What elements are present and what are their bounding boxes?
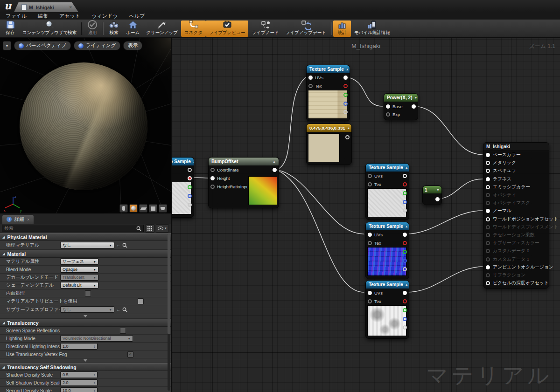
output-pin-a[interactable] bbox=[403, 325, 407, 330]
collapse-icon[interactable] bbox=[347, 126, 350, 130]
input-pin-base[interactable] bbox=[386, 104, 390, 109]
apply-button[interactable]: 適用 bbox=[84, 21, 101, 37]
screen-space-reflections-checkbox[interactable] bbox=[120, 328, 126, 334]
lighting-mode-dropdown[interactable]: Volumetric NonDirectional bbox=[60, 335, 133, 342]
node-material-result[interactable]: M_Ishigaki ベースカラー メタリック スペキュラ ラフネス エミッシブ… bbox=[483, 142, 549, 289]
output-pin[interactable] bbox=[412, 104, 416, 109]
menu-asset[interactable]: アセット bbox=[59, 13, 80, 20]
input-pin-tex[interactable] bbox=[368, 182, 372, 186]
pin-row-pixel-depth-offset[interactable]: ピクセルの深度オフセット bbox=[483, 279, 549, 287]
connectors-button[interactable]: コネクタ bbox=[181, 21, 206, 37]
self-shadow-density-scale-field[interactable]: 2.0 bbox=[60, 379, 98, 386]
node-texture-sample-specular[interactable]: Texture Sample UVs Tex bbox=[365, 163, 409, 220]
use-translucency-vertex-fog-checkbox[interactable] bbox=[127, 351, 133, 358]
node-constant3-vector[interactable]: 0.475,0.436,0.331 bbox=[306, 124, 352, 165]
pin-row-ambient-occlusion[interactable]: アンビエントオクルージョン bbox=[483, 263, 549, 271]
output-pin-r[interactable] bbox=[343, 84, 348, 88]
output-pin-r[interactable] bbox=[403, 182, 407, 186]
subsurface-profile-dropdown[interactable]: なし bbox=[60, 306, 114, 313]
output-pin-rgb[interactable] bbox=[188, 168, 192, 172]
lighting-button[interactable]: ライティング bbox=[74, 41, 120, 50]
grid-view-button[interactable] bbox=[145, 224, 154, 233]
menu-file[interactable]: ファイル bbox=[6, 13, 27, 20]
pin-row-world-position-offset[interactable]: ワールドポジションオフセット bbox=[483, 215, 549, 223]
output-pin-b[interactable] bbox=[403, 200, 407, 204]
pin-row-emissive[interactable]: エミッシブカラー bbox=[483, 183, 549, 191]
expand-advanced-button[interactable] bbox=[0, 314, 171, 319]
browse-asset-icon[interactable] bbox=[122, 307, 127, 312]
output-pin-r[interactable] bbox=[403, 299, 407, 303]
collapse-icon[interactable] bbox=[436, 188, 440, 192]
output-pin-g[interactable] bbox=[403, 250, 407, 254]
output-pin[interactable] bbox=[273, 168, 277, 172]
live-preview-button[interactable]: ライブプレビュー bbox=[206, 21, 249, 37]
use-selected-asset-icon[interactable] bbox=[116, 243, 120, 248]
material-graph[interactable]: M_Ishigaki ズーム 1:1 マテリアル Texture Sample … bbox=[172, 38, 560, 392]
physical-material-dropdown[interactable]: なし bbox=[60, 242, 114, 248]
input-pin-uvs[interactable] bbox=[368, 174, 372, 178]
node-texture-sample-diffuse[interactable]: Texture Sample UVs Tex bbox=[306, 65, 350, 121]
input-pin-uvs[interactable] bbox=[308, 76, 313, 80]
output-pin-r[interactable] bbox=[188, 176, 192, 180]
node-power[interactable]: Power(X, 2) Base Exp bbox=[384, 93, 418, 120]
output-pin-g[interactable] bbox=[403, 308, 407, 312]
output-pin-b[interactable] bbox=[403, 317, 407, 321]
home-button[interactable]: ホーム bbox=[123, 21, 143, 37]
search-button[interactable]: 検索 bbox=[105, 21, 123, 37]
expand-advanced-button[interactable] bbox=[0, 358, 171, 363]
cube-shape-button[interactable] bbox=[149, 204, 157, 213]
search-input[interactable]: 検索 bbox=[2, 225, 144, 232]
details-tab[interactable]: 詳細 bbox=[2, 215, 34, 224]
blend-mode-dropdown[interactable]: Opaque bbox=[60, 266, 98, 273]
material-domain-dropdown[interactable]: サーフェス bbox=[60, 258, 98, 265]
input-pin-tex[interactable] bbox=[368, 299, 372, 303]
pin-row-roughness[interactable]: ラフネス bbox=[483, 175, 549, 183]
node-bump-offset[interactable]: BumpOffset Coordinate Height HeightRatio… bbox=[208, 157, 279, 208]
preview-viewport[interactable]: パースペクティブ ライティング 表示 x y z bbox=[0, 38, 172, 213]
input-pin-height-ratio[interactable] bbox=[210, 185, 215, 189]
view-options-button[interactable] bbox=[156, 224, 169, 233]
decal-blend-mode-dropdown[interactable]: Translucent bbox=[60, 274, 98, 281]
input-pin-coordinate[interactable] bbox=[210, 168, 215, 172]
collapse-icon[interactable] bbox=[405, 166, 408, 169]
output-pin-rgb[interactable] bbox=[403, 233, 407, 237]
details-scrollbar[interactable] bbox=[168, 234, 170, 391]
collapse-icon[interactable] bbox=[405, 225, 408, 228]
two-sided-checkbox[interactable] bbox=[85, 290, 91, 296]
output-pin-b[interactable] bbox=[403, 259, 407, 263]
output-pin[interactable] bbox=[345, 135, 350, 139]
collapse-icon[interactable] bbox=[193, 160, 194, 163]
directional-lighting-intensity-field[interactable]: 1.0 bbox=[60, 343, 98, 350]
node-texture-sample-normal[interactable]: Texture Sample UVs Tex bbox=[365, 222, 409, 279]
save-button[interactable]: 保存 bbox=[1, 21, 19, 37]
menu-window[interactable]: ウィンドウ bbox=[91, 13, 118, 20]
pin-row-specular[interactable]: スペキュラ bbox=[483, 167, 549, 175]
shadow-density-scale-field[interactable]: 0.5 bbox=[60, 371, 98, 378]
collapse-icon[interactable] bbox=[346, 68, 349, 71]
viewport-options-dropdown[interactable] bbox=[3, 41, 11, 50]
input-pin-uvs[interactable] bbox=[368, 233, 372, 237]
output-pin-g[interactable] bbox=[188, 185, 192, 189]
pin-row-metallic[interactable]: メタリック bbox=[483, 159, 549, 167]
perspective-button[interactable]: パースペクティブ bbox=[14, 41, 71, 50]
details-tab-close-icon[interactable] bbox=[27, 217, 29, 222]
output-pin[interactable] bbox=[435, 197, 440, 201]
output-pin-g[interactable] bbox=[343, 93, 348, 97]
output-pin-b[interactable] bbox=[188, 194, 192, 198]
mobile-stats-button[interactable]: モバイル統計情報 bbox=[351, 21, 393, 37]
find-in-content-browser-button[interactable]: コンテンツブラウザで検索 bbox=[19, 21, 80, 37]
node-texture-sample-ao[interactable]: Texture Sample UVs Tex bbox=[365, 280, 409, 339]
pin-row-normal[interactable]: ノーマル bbox=[483, 207, 549, 215]
cylinder-shape-button[interactable] bbox=[119, 204, 128, 213]
input-pin-tex[interactable] bbox=[308, 84, 313, 88]
live-nodes-button[interactable]: ライブノード bbox=[248, 21, 282, 37]
output-pin-r[interactable] bbox=[403, 241, 407, 245]
second-density-scale-field[interactable]: 10.0 bbox=[60, 387, 98, 392]
sphere-shape-button[interactable] bbox=[129, 204, 138, 213]
use-selected-asset-icon[interactable] bbox=[116, 307, 120, 312]
section-translucency-self-shadowing[interactable]: Translucency Self Shadowing bbox=[0, 363, 171, 371]
collapse-icon[interactable] bbox=[414, 96, 417, 99]
shading-model-dropdown[interactable]: Default Lit bbox=[60, 282, 98, 289]
collapse-icon[interactable] bbox=[273, 160, 276, 163]
node-texture-sample-height[interactable]: Texture Sample bbox=[172, 157, 194, 218]
